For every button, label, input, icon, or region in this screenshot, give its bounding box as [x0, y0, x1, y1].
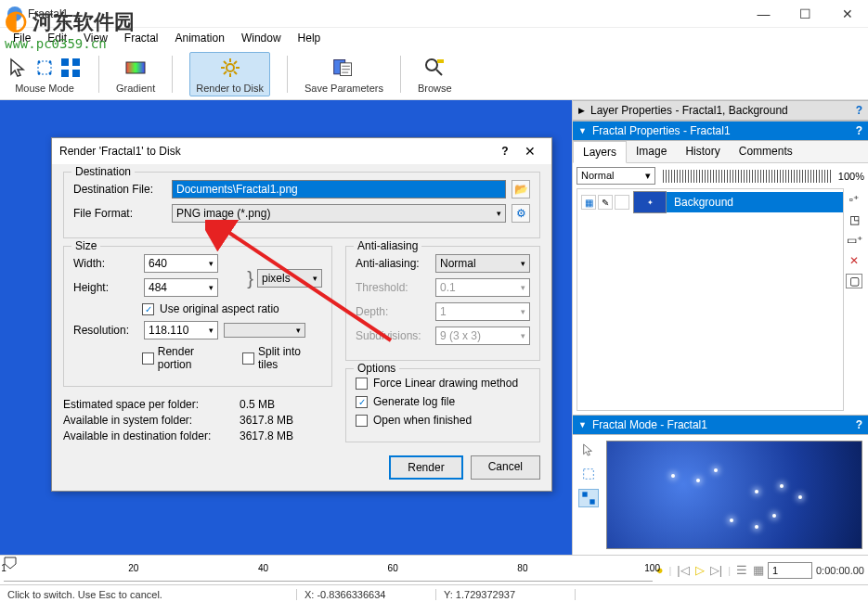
resolution-label: Resolution:	[73, 324, 138, 337]
svg-rect-14	[437, 59, 444, 63]
dialog-close-button[interactable]: ✕	[516, 144, 544, 159]
cancel-button[interactable]: Cancel	[471, 455, 540, 480]
svg-rect-6	[72, 58, 80, 66]
minimize-button[interactable]: —	[743, 0, 784, 28]
force-linear-checkbox[interactable]	[356, 378, 368, 390]
blend-mode-select[interactable]: Normal▾	[577, 167, 655, 185]
dest-file-input[interactable]: Documents\Fractal1.png	[172, 180, 506, 199]
svg-rect-9	[126, 62, 145, 73]
gear-icon	[219, 57, 241, 79]
browse-file-button[interactable]: 📂	[512, 180, 530, 199]
timeline: 1 20 40 60 80 100 ● | |◁ ▷ ▷| | ☰ ▦ 1 0:…	[0, 555, 868, 584]
opacity-slider[interactable]	[663, 170, 831, 183]
close-button[interactable]: ✕	[826, 0, 868, 28]
tabs: Layers Image History Comments	[573, 141, 868, 163]
panel-layer-properties[interactable]: ▶Layer Properties - Fractal1, Background…	[573, 100, 868, 121]
resolution-units-select[interactable]: ▾	[224, 323, 305, 338]
render-button[interactable]: Render	[389, 455, 462, 480]
svg-rect-5	[61, 58, 69, 66]
menu-edit[interactable]: Edit	[40, 30, 74, 46]
group-options: Options Force Linear drawing method ✓Gen…	[345, 368, 540, 442]
layer-thumbnail: ✦	[633, 191, 667, 213]
split-tiles-checkbox[interactable]	[242, 352, 254, 365]
format-settings-button[interactable]: ⚙	[512, 204, 530, 223]
layer-props-button[interactable]: ▢	[846, 274, 862, 288]
tab-history[interactable]: History	[676, 141, 729, 162]
toolbar-mouse-mode[interactable]: Mouse Mode	[7, 55, 82, 94]
units-select[interactable]: pixels▾	[257, 269, 322, 288]
toolbar-browse[interactable]: Browse	[418, 55, 452, 94]
menu-file[interactable]: File	[6, 30, 38, 46]
aspect-ratio-checkbox[interactable]: ✓	[142, 303, 154, 315]
height-label: Height:	[73, 281, 138, 294]
grid-icon	[59, 57, 82, 79]
delete-layer-button[interactable]: ✕	[846, 253, 862, 268]
layer-name[interactable]: Background	[667, 192, 843, 212]
status-y: Y: 1.729372937	[436, 589, 576, 600]
toolbar-gradient[interactable]: Gradient	[116, 55, 155, 94]
depth-input: 1▾	[435, 302, 530, 321]
layer-row-background[interactable]: ▦ ✎ ✦ Background	[577, 189, 843, 215]
canvas-area[interactable]: Render 'Fractal1' to Disk ? ✕ Destinatio…	[0, 100, 572, 555]
aspect-ratio-label: Use original aspect ratio	[160, 302, 279, 315]
app-icon	[7, 6, 22, 21]
svg-point-10	[227, 64, 234, 71]
timeline-frame-input[interactable]: 1	[768, 562, 812, 579]
add-layer-button[interactable]: ▫⁺	[846, 192, 862, 207]
timeline-menu-button[interactable]: ☰	[736, 563, 747, 577]
panel-fractal-mode[interactable]: ▼Fractal Mode - Fractal1?	[573, 415, 868, 435]
menu-help[interactable]: Help	[291, 30, 329, 46]
maximize-button[interactable]: ☐	[784, 0, 826, 28]
window-title: Fractal1	[28, 7, 68, 20]
timeline-ruler[interactable]: 1 20 40 60 80 100	[4, 559, 653, 582]
tab-layers[interactable]: Layers	[573, 141, 627, 163]
svg-rect-4	[38, 61, 51, 74]
fm-tool-cursor[interactable]	[578, 441, 599, 459]
browse-icon	[423, 57, 446, 79]
svg-rect-18	[589, 499, 594, 504]
threshold-input: 0.1▾	[435, 278, 530, 297]
width-input[interactable]: 640▾	[144, 254, 218, 273]
height-input[interactable]: 484▾	[144, 278, 218, 297]
fm-tool-select[interactable]	[578, 465, 599, 483]
file-format-select[interactable]: PNG image (*.png)▾	[172, 204, 506, 223]
toolbar-save-parameters[interactable]: Save Parameters	[304, 55, 383, 94]
group-antialiasing: Anti-aliasing Anti-aliasing:Normal▾ Thre…	[345, 246, 540, 361]
toolbar: Mouse Mode Gradient Render to Disk Save …	[0, 48, 868, 100]
status-hint: Click to switch. Use Esc to cancel.	[0, 589, 297, 600]
resolution-input[interactable]: 118.110▾	[144, 321, 218, 339]
layer-blank-icon[interactable]	[615, 195, 629, 210]
render-portion-checkbox[interactable]	[142, 352, 154, 365]
tab-comments[interactable]: Comments	[730, 141, 802, 162]
add-folder-button[interactable]: ▭⁺	[846, 233, 862, 248]
timeline-last-button[interactable]: ▷|	[710, 563, 722, 577]
status-x: X: -0.8366336634	[297, 589, 436, 600]
toolbar-render-to-disk[interactable]: Render to Disk	[189, 52, 270, 96]
open-finished-checkbox[interactable]	[356, 415, 368, 427]
timeline-settings-button[interactable]: ▦	[753, 563, 764, 577]
layer-editable-icon[interactable]: ✎	[598, 195, 613, 210]
fm-tool-switch[interactable]	[578, 489, 599, 507]
menubar: File Edit View Fractal Animation Window …	[0, 28, 868, 48]
cursor-icon	[7, 57, 30, 79]
svg-rect-7	[61, 70, 69, 77]
tab-image[interactable]: Image	[627, 141, 676, 162]
fractal-preview[interactable]	[606, 441, 862, 549]
file-format-label: File Format:	[73, 207, 166, 220]
dialog-help-button[interactable]: ?	[494, 145, 516, 158]
timeline-play-button[interactable]: ▷	[695, 563, 705, 577]
dialog-title: Render 'Fractal1' to Disk	[59, 145, 494, 158]
duplicate-layer-button[interactable]: ◳	[846, 212, 862, 227]
svg-point-13	[426, 59, 437, 70]
menu-animation[interactable]: Animation	[168, 30, 232, 46]
aa-select[interactable]: Normal▾	[435, 254, 530, 273]
menu-view[interactable]: View	[76, 30, 115, 46]
dots-icon	[33, 57, 56, 79]
timeline-first-button[interactable]: |◁	[677, 563, 689, 577]
menu-fractal[interactable]: Fractal	[117, 30, 166, 46]
menu-window[interactable]: Window	[234, 30, 289, 46]
render-dialog: Render 'Fractal1' to Disk ? ✕ Destinatio…	[51, 137, 552, 492]
layer-visible-icon[interactable]: ▦	[581, 195, 596, 210]
panel-fractal-properties[interactable]: ▼Fractal Properties - Fractal1?	[573, 121, 868, 141]
generate-log-checkbox[interactable]: ✓	[356, 396, 368, 408]
